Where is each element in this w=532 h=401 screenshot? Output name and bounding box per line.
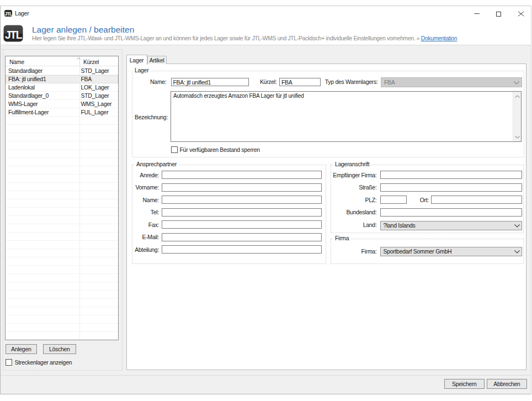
svg-text:JTL: JTL bbox=[4, 11, 12, 17]
svg-text:JTL: JTL bbox=[5, 29, 22, 41]
